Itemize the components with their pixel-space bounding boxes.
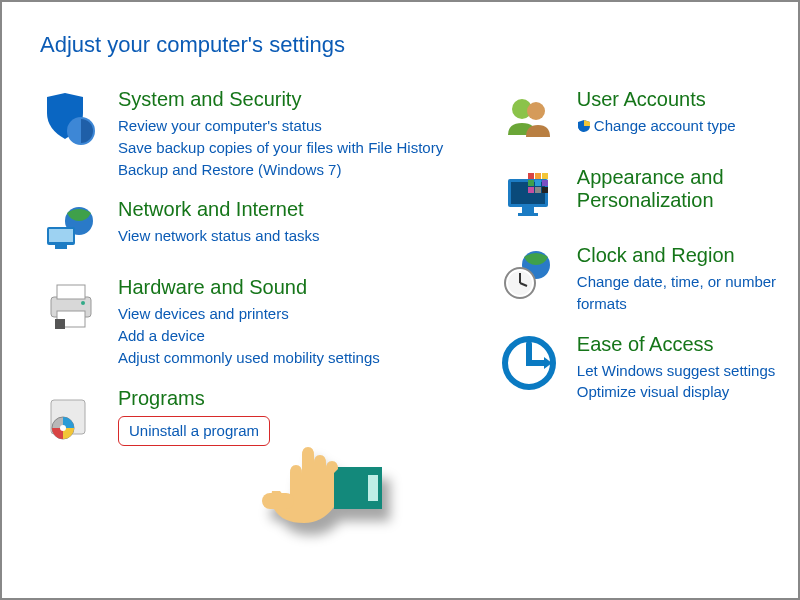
link-change-account-type-text: Change account type — [594, 117, 736, 134]
svg-rect-23 — [528, 180, 534, 186]
category-clock-region: Clock and Region Change date, time, or n… — [499, 244, 798, 315]
category-appearance: Appearance and Personalization — [499, 166, 798, 226]
link-backup-restore[interactable]: Backup and Restore (Windows 7) — [118, 159, 499, 181]
svg-point-13 — [60, 425, 66, 431]
link-change-account-type[interactable]: Change account type — [577, 115, 798, 139]
svg-rect-3 — [49, 229, 73, 242]
globe-icon — [40, 198, 100, 258]
link-network-status[interactable]: View network status and tasks — [118, 225, 499, 247]
link-suggest-settings[interactable]: Let Windows suggest settings — [577, 360, 798, 382]
svg-rect-4 — [55, 245, 67, 249]
svg-rect-25 — [542, 180, 548, 186]
svg-rect-19 — [518, 213, 538, 216]
svg-rect-8 — [55, 319, 65, 329]
printer-icon — [40, 276, 100, 336]
uac-shield-icon — [577, 117, 591, 139]
link-review-status[interactable]: Review your computer's status — [118, 115, 499, 137]
left-column: System and Security Review your computer… — [40, 88, 499, 465]
category-title-hardware[interactable]: Hardware and Sound — [118, 276, 499, 299]
link-file-history[interactable]: Save backup copies of your files with Fi… — [118, 137, 499, 159]
svg-rect-27 — [535, 187, 541, 193]
category-title-ease-of-access[interactable]: Ease of Access — [577, 333, 798, 356]
right-column: User Accounts Change account type — [499, 88, 798, 465]
link-mobility-settings[interactable]: Adjust commonly used mobility settings — [118, 347, 499, 369]
users-icon — [499, 88, 559, 148]
content-area: System and Security Review your computer… — [2, 68, 798, 465]
svg-point-9 — [81, 301, 85, 305]
svg-rect-20 — [528, 173, 534, 179]
page-title: Adjust your computer's settings — [2, 2, 798, 68]
ease-of-access-icon — [499, 333, 559, 393]
category-title-appearance[interactable]: Appearance and Personalization — [577, 166, 798, 212]
svg-rect-36 — [334, 467, 382, 509]
svg-rect-28 — [542, 187, 548, 193]
link-change-date-time[interactable]: Change date, time, or number formats — [577, 271, 798, 315]
category-ease-of-access: Ease of Access Let Windows suggest setti… — [499, 333, 798, 404]
svg-rect-24 — [535, 180, 541, 186]
monitor-icon — [499, 166, 559, 226]
programs-icon — [40, 387, 100, 447]
link-devices-printers[interactable]: View devices and printers — [118, 303, 499, 325]
category-hardware: Hardware and Sound View devices and prin… — [40, 276, 499, 368]
category-title-system-security[interactable]: System and Security — [118, 88, 499, 111]
link-uninstall-program[interactable]: Uninstall a program — [129, 422, 259, 439]
category-system-security: System and Security Review your computer… — [40, 88, 499, 180]
highlight-uninstall: Uninstall a program — [118, 416, 270, 447]
category-title-network[interactable]: Network and Internet — [118, 198, 499, 221]
category-title-user-accounts[interactable]: User Accounts — [577, 88, 798, 111]
svg-rect-38 — [262, 493, 294, 509]
category-programs: Programs Uninstall a program — [40, 387, 499, 447]
link-optimize-display[interactable]: Optimize visual display — [577, 381, 798, 403]
shield-icon — [40, 88, 100, 148]
svg-rect-6 — [57, 285, 85, 299]
svg-point-15 — [527, 102, 545, 120]
category-title-programs[interactable]: Programs — [118, 387, 499, 410]
svg-rect-22 — [542, 173, 548, 179]
category-user-accounts: User Accounts Change account type — [499, 88, 798, 148]
svg-rect-26 — [528, 187, 534, 193]
category-network: Network and Internet View network status… — [40, 198, 499, 258]
category-title-clock-region[interactable]: Clock and Region — [577, 244, 798, 267]
svg-rect-37 — [368, 475, 378, 501]
svg-rect-18 — [522, 207, 534, 213]
svg-rect-21 — [535, 173, 541, 179]
link-add-device[interactable]: Add a device — [118, 325, 499, 347]
clock-globe-icon — [499, 244, 559, 304]
